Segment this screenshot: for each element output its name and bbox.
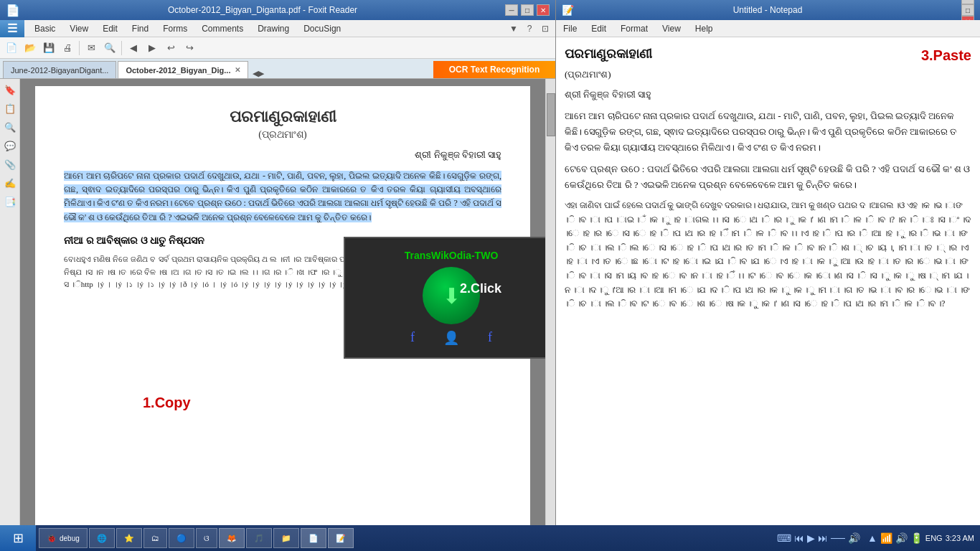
foxit-maximize-button[interactable]: □ (521, 4, 534, 16)
paste-label: 3.Paste (921, 43, 971, 67)
notepad-author-text: ଶ୍ରୀ ନିକୁଞ୍ଜ ବିହାରୀ ସାହୁ (565, 87, 651, 103)
taskbar-item-ie[interactable]: 🌐 (89, 528, 115, 548)
taskbar-media-back[interactable]: ⏮ (794, 532, 804, 544)
foxit-tab-scroll[interactable]: ◀▶ (253, 69, 264, 78)
foxit-menu-basic[interactable]: Basic (27, 20, 62, 37)
taskbar-icon-music: 🎵 (254, 534, 264, 543)
transwik-title: TransWikOdia-TWO (405, 250, 499, 261)
taskbar-volume2-icon[interactable]: 🔊 (895, 532, 908, 544)
taskbar-clock[interactable]: 3:23 AM (946, 533, 974, 543)
notepad-menu-help[interactable]: Help (688, 20, 720, 37)
transwik-facebook-icon[interactable]: f (410, 330, 415, 346)
taskbar-item-odia[interactable]: ଓ (196, 528, 217, 548)
transwik-user-icon[interactable]: 👤 (443, 330, 459, 346)
notepad-menu-format[interactable]: Format (613, 20, 655, 37)
toolbar-scan[interactable]: 🔍 (101, 39, 118, 57)
toolbar-sep2 (121, 41, 122, 55)
foxit-scrollbar-thumb[interactable] (547, 93, 555, 136)
taskbar-item-3[interactable]: ⭐ (116, 528, 142, 548)
pdf-subtitle: (ପ୍ରଥମାଂଶ) (64, 129, 501, 141)
taskbar-item-foxit[interactable]: 📄 (301, 528, 326, 548)
foxit-tab-close[interactable]: ✕ (235, 66, 240, 74)
taskbar-icon-1: 🐞 (47, 534, 57, 543)
foxit-menu-left: ☰ Basic View Edit Find Forms Comments Dr… (0, 20, 348, 37)
taskbar-item-folder[interactable]: 📁 (273, 528, 299, 548)
foxit-pdf-main[interactable]: ପରମାଣୁରକାହାଣୀ (ପ୍ରଥମାଂଶ) ଶ୍ରୀ ନିକୁଞ୍ଜ ବି… (20, 79, 545, 551)
foxit-scrollbar[interactable] (545, 79, 555, 551)
foxit-menu-docusign[interactable]: DocuSign (296, 20, 348, 37)
taskbar-media-forward[interactable]: ⏭ (818, 532, 828, 544)
foxit-toolbar: 📄 📂 💾 🖨 ✉ 🔍 ◀ ▶ ↩ ↪ (0, 37, 555, 59)
toolbar-save[interactable]: 💾 (40, 39, 57, 57)
foxit-minimize-button[interactable]: ─ (505, 4, 518, 16)
notepad-title-text: ପରମାଣୁରକାହାଣୀ (565, 43, 914, 65)
toolbar-print[interactable]: 🖨 (59, 39, 76, 57)
foxit-tab-2[interactable]: October-2012_Bigyan_Dig... ✕ (118, 61, 248, 78)
toolbar-undo[interactable]: ↩ (162, 39, 179, 57)
notepad-title: Untitled - Notepad (574, 5, 961, 15)
toolbar-forward[interactable]: ▶ (143, 39, 161, 57)
foxit-menu-comments[interactable]: Comments (194, 20, 250, 37)
taskbar-battery-icon: 🔋 (910, 532, 923, 544)
foxit-help-icon[interactable]: ▼ (507, 22, 521, 36)
taskbar-chevron-icon[interactable]: ▲ (867, 532, 877, 544)
panel-icon-pages[interactable]: 📋 (2, 100, 18, 116)
toolbar-open[interactable]: 📂 (22, 39, 39, 57)
taskbar-network-icon: 📶 (880, 532, 892, 544)
notepad-menu-edit[interactable]: Edit (584, 20, 613, 37)
panel-icon-attach[interactable]: 📎 (2, 156, 18, 172)
foxit-tabs-bar: June-2012-BigayanDigant... October-2012_… (0, 59, 555, 79)
toolbar-sep1 (79, 41, 80, 55)
foxit-close-button[interactable]: ✕ (537, 4, 550, 16)
foxit-menu-icons: ▼ ? ⊡ (507, 22, 555, 36)
taskbar-item-4[interactable]: 🗂 (143, 528, 167, 548)
panel-icon-sign[interactable]: ✍ (2, 175, 18, 191)
taskbar-icon-firefox: 🦊 (227, 534, 237, 543)
foxit-content-area: 🔖 📋 🔍 💬 📎 ✍ 📑 ପରମାଣୁରକାହାଣୀ (ପ୍ରଥମାଂଶ) ଶ… (0, 79, 555, 551)
toolbar-redo[interactable]: ↪ (181, 39, 198, 57)
taskbar-item-notepad[interactable]: 📝 (328, 528, 354, 548)
start-button[interactable]: ⊞ (0, 525, 36, 551)
taskbar-lang-label: ENG (925, 534, 943, 542)
foxit-menu-forms[interactable]: Forms (156, 20, 194, 37)
notepad-content[interactable]: ପରମାଣୁରକାହାଣୀ (ପ୍ରଥମାଂଶ) 3.Paste ଶ୍ରୀ ନି… (556, 37, 980, 551)
notepad-menu-file[interactable]: File (556, 20, 584, 37)
notepad-title-bar: 📝 Untitled - Notepad ─ □ ✕ (556, 0, 980, 20)
transwik-bottom-icons: f 👤 f (410, 330, 492, 346)
toolbar-email[interactable]: ✉ (83, 39, 100, 57)
foxit-menu-file[interactable]: ☰ (0, 20, 24, 37)
notepad-menu-view[interactable]: View (655, 20, 688, 37)
notepad-menu-bar: File Edit Format View Help (556, 20, 980, 37)
taskbar-icon-notepad: 📝 (336, 534, 346, 543)
transwikoddia-popup[interactable]: TransWikOdia-TWO ⬇ 2.Click f 👤 f (344, 237, 545, 359)
panel-icon-comment[interactable]: 💬 (2, 138, 18, 154)
taskbar-volume-icon[interactable]: 🔊 (848, 532, 860, 544)
taskbar-icon-3: ⭐ (124, 534, 134, 543)
taskbar-icon-4: 🗂 (151, 534, 159, 542)
transwik-facebook2-icon[interactable]: f (488, 330, 492, 346)
foxit-menu-drawing[interactable]: Drawing (250, 20, 296, 37)
foxit-tab-1[interactable]: June-2012-BigayanDigant... (3, 61, 116, 78)
taskbar-item-music[interactable]: 🎵 (246, 528, 272, 548)
foxit-menu-edit[interactable]: Edit (95, 20, 125, 37)
taskbar-right: ⌨ ⏮ ▶ ⏭ ── 🔊 ▲ 📶 🔊 🔋 ENG 3:23 AM (771, 532, 980, 544)
panel-icon-layer[interactable]: 📑 (2, 194, 18, 209)
foxit-expand-icon[interactable]: ⊡ (538, 22, 552, 36)
notepad-body-text: ପରମାଣୁରକାହାଣୀ (ପ୍ରଥମାଂଶ) (565, 43, 914, 87)
notepad-maximize-button[interactable]: □ (961, 4, 974, 16)
taskbar-media-play[interactable]: ▶ (807, 532, 815, 544)
taskbar-icon-foxit: 📄 (308, 534, 319, 543)
taskbar-item-1[interactable]: 🐞 debug (39, 528, 88, 548)
taskbar-icon-odia: ଓ (204, 534, 209, 543)
panel-icon-search[interactable]: 🔍 (2, 119, 18, 135)
foxit-info-icon[interactable]: ? (522, 22, 537, 36)
foxit-reader-window: 📄 October-2012_Bigyan_Diganta.pdf - Foxi… (0, 0, 556, 551)
taskbar-item-chrome[interactable]: 🔵 (169, 528, 194, 548)
toolbar-back[interactable]: ◀ (125, 39, 142, 57)
notepad-body2: ଟେବେ ପ୍ରଶ୍ନ ଉଠେ : ପଦାର୍ଥ ଭିତିରେ ଏପରି ଆଲଗ… (565, 161, 971, 193)
taskbar-item-firefox[interactable]: 🦊 (219, 528, 245, 548)
toolbar-new[interactable]: 📄 (3, 39, 20, 57)
panel-icon-bookmark[interactable]: 🔖 (2, 82, 18, 98)
foxit-menu-find[interactable]: Find (125, 20, 156, 37)
foxit-menu-view[interactable]: View (62, 20, 95, 37)
